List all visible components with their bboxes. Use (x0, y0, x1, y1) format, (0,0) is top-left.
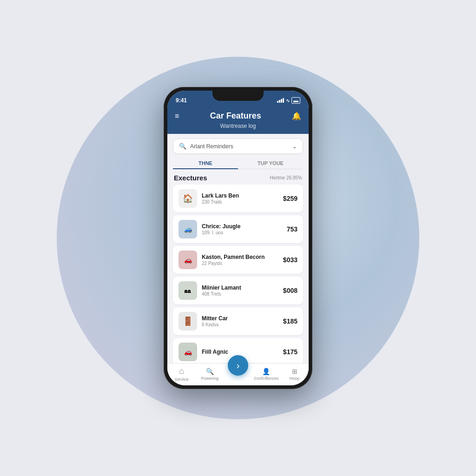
nav-item-service[interactable]: ⌂ Service (167, 366, 196, 382)
header-subtitle: Wantrease log (175, 123, 301, 129)
grid-icon: ⊞ (292, 368, 298, 375)
screen-content: 🔍 Arlant Reminders ⌄ THNE TUP YOUE (167, 134, 309, 385)
search-left: 🔍 Arlant Reminders (179, 143, 233, 150)
nav-item-confcillences[interactable]: 👤 Confcillences (252, 368, 280, 381)
item-thumbnail: 🚪 (178, 312, 197, 331)
section-title: Exectures (174, 174, 207, 182)
chevron-down-icon: ⌄ (292, 143, 297, 150)
item-thumbnail: 🚗 (178, 251, 197, 269)
list-item[interactable]: 🚗 Kaston, Pament Becorn 22 Paysts $033 (173, 246, 303, 274)
list-item[interactable]: 🚙 Chrice: Juugle 109. l. uos 753 (173, 215, 303, 243)
search-bar[interactable]: 🔍 Arlant Reminders ⌄ (173, 139, 303, 154)
item-thumbnail: 🏠 (178, 189, 197, 208)
phone-screen: 9:41 ∿ ▬ ≡ Car Features 🔔 (167, 91, 309, 385)
search-nav-icon: 🔍 (206, 368, 214, 375)
item-thumbnail: 🚗 (178, 343, 197, 361)
list-item[interactable]: 🏠 Lark Lars Ben 230 Trails $259 (173, 185, 303, 212)
user-icon: 👤 (262, 368, 270, 375)
signal-icon (277, 98, 284, 103)
item-thumbnail: 🚙 (178, 220, 197, 238)
search-text: Arlant Reminders (190, 143, 233, 150)
page-title: Car Features (210, 111, 261, 121)
app-header: ≡ Car Features 🔔 Wantrease log (167, 107, 309, 134)
nav-item-powering[interactable]: 🔍 Powering (196, 368, 224, 381)
item-info: Miinier Lamant 408 Trels (202, 284, 278, 297)
bottom-nav: ⌂ Service 🔍 Powering 👤 Confcillences ⊞ (167, 363, 309, 385)
status-time: 9:41 (176, 97, 187, 104)
item-info: Kaston, Pament Becorn 22 Paysts (202, 254, 278, 266)
item-info: Fiill Agnic (202, 349, 278, 356)
item-thumbnail: 🏘 (178, 281, 197, 300)
search-icon: 🔍 (179, 143, 186, 150)
header-row: ≡ Car Features 🔔 (175, 111, 301, 121)
tabs-container: THNE TUP YOUE (173, 157, 303, 169)
battery-icon: ▬ (291, 97, 300, 104)
item-info: Chrice: Juugle 109. l. uos (202, 223, 282, 235)
notification-icon[interactable]: 🔔 (292, 112, 301, 120)
section-header: Exectures Hertme 26.85% (167, 169, 309, 185)
nav-item-hoop[interactable]: ⊞ Hoop (280, 368, 309, 381)
fab-button[interactable]: › (228, 355, 248, 376)
item-info: Lark Lars Ben 230 Trails (202, 192, 278, 205)
items-list: 🏠 Lark Lars Ben 230 Trails $259 🚙 Chrice… (167, 185, 309, 363)
tab-thne[interactable]: THNE (173, 157, 238, 169)
list-item[interactable]: 🚪 Mitter Car 8 Kedss $185 (173, 307, 303, 335)
menu-button[interactable]: ≡ (175, 112, 179, 120)
phone-mockup: 9:41 ∿ ▬ ≡ Car Features 🔔 (164, 87, 312, 389)
status-icons: ∿ ▬ (277, 97, 300, 104)
item-info: Mitter Car 8 Kedss (202, 315, 278, 327)
list-item[interactable]: 🏘 Miinier Lamant 408 Trels $008 (173, 277, 303, 304)
section-meta: Hertme 26.85% (270, 175, 302, 180)
wifi-icon: ∿ (286, 98, 290, 103)
phone-notch (212, 91, 264, 101)
tab-tup-youe[interactable]: TUP YOUE (238, 157, 303, 169)
phone-frame: 9:41 ∿ ▬ ≡ Car Features 🔔 (164, 87, 312, 389)
home-icon: ⌂ (179, 366, 184, 376)
